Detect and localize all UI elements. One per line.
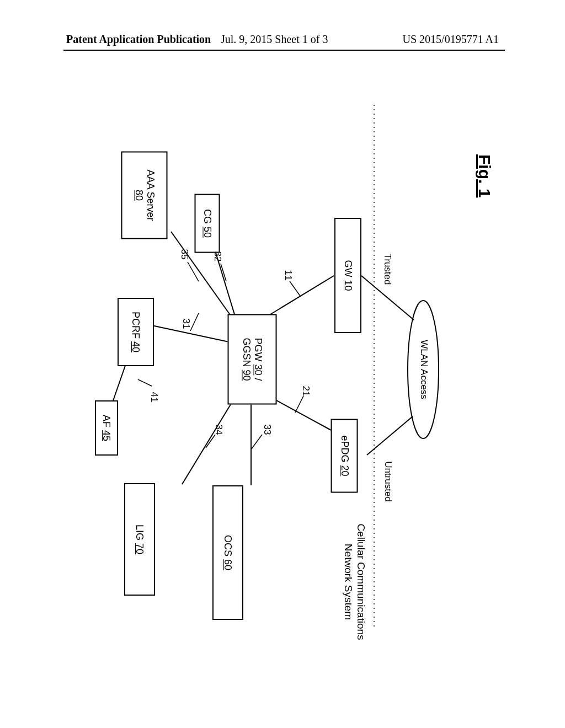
box-lig-num: 70 — [135, 543, 146, 554]
box-aaa-server: AAA Server 80 — [121, 152, 168, 239]
figure-1-diagram: AF 45 PCRF 40 AAA Server 80 LIG 70 OCS 6… — [55, 88, 508, 684]
box-lig-label: LIG — [135, 524, 146, 543]
wlan-access-label: WLAN Access — [417, 331, 429, 408]
box-af: AF 45 — [95, 400, 118, 456]
box-epdg-label: ePDG — [339, 435, 350, 465]
svg-line-7 — [182, 403, 232, 484]
svg-line-16 — [251, 435, 262, 449]
box-ggsn-num: 90 — [241, 370, 252, 381]
svg-line-17 — [221, 264, 226, 281]
link-label-35: 35 — [180, 246, 190, 263]
svg-line-19 — [290, 281, 301, 297]
link-label-41: 41 — [150, 389, 159, 405]
box-aaa-num: 80 — [133, 190, 145, 201]
box-cg-label: CG — [202, 209, 213, 227]
box-lig: LIG 70 — [124, 483, 155, 596]
box-pcrf: PCRF 40 — [118, 298, 154, 366]
box-ocs-num: 60 — [223, 559, 234, 570]
box-gw: GW 10 — [334, 218, 361, 333]
link-label-32: 32 — [213, 248, 223, 265]
box-cg: CG 50 — [195, 194, 220, 253]
diagram-title: Cellular Communications Network System — [339, 505, 367, 659]
page-header: Patent Application Publication Jul. 9, 2… — [0, 33, 565, 50]
box-gw-num: 10 — [343, 280, 354, 291]
box-af-label: AF — [102, 415, 113, 430]
link-label-33: 33 — [263, 421, 273, 438]
box-epdg: ePDG 20 — [331, 419, 358, 493]
header-rule — [63, 50, 505, 51]
box-pgw-label: PGW — [253, 338, 264, 364]
svg-line-12 — [138, 379, 152, 386]
box-aaa-line1: AAA Server — [145, 169, 156, 221]
svg-line-13 — [190, 313, 199, 331]
box-af-num: 45 — [102, 430, 113, 441]
link-label-31: 31 — [182, 315, 191, 332]
box-epdg-num: 20 — [339, 465, 350, 477]
header-sheet-info: Jul. 9, 2015 Sheet 1 of 3 — [221, 33, 328, 46]
svg-line-11 — [367, 416, 413, 455]
box-gw-label: GW — [343, 260, 354, 280]
box-pgw-ggsn: PGW 30 / GGSN 90 — [228, 314, 277, 405]
box-pgw-slash: / — [253, 376, 264, 381]
label-trusted: Trusted — [382, 247, 393, 291]
box-pcrf-num: 40 — [131, 341, 142, 352]
box-ocs: OCS 60 — [212, 485, 243, 620]
svg-line-2 — [270, 276, 334, 314]
svg-line-3 — [270, 397, 331, 430]
header-publication: Patent Application Publication — [66, 33, 211, 46]
box-pcrf-label: PCRF — [131, 312, 142, 341]
header-pub-number: US 2015/0195771 A1 — [403, 33, 499, 46]
box-ocs-label: OCS — [223, 535, 234, 559]
box-pgw-num: 30 — [253, 364, 264, 375]
box-cg-num: 50 — [202, 227, 213, 238]
link-label-11: 11 — [284, 267, 294, 283]
figure-label: Fig. 1 — [472, 154, 494, 215]
label-untrusted: Untrusted — [382, 454, 393, 509]
svg-line-14 — [188, 262, 199, 281]
box-ggsn-label: GGSN — [241, 338, 252, 370]
link-label-21: 21 — [301, 383, 311, 399]
link-label-34: 34 — [214, 421, 224, 438]
